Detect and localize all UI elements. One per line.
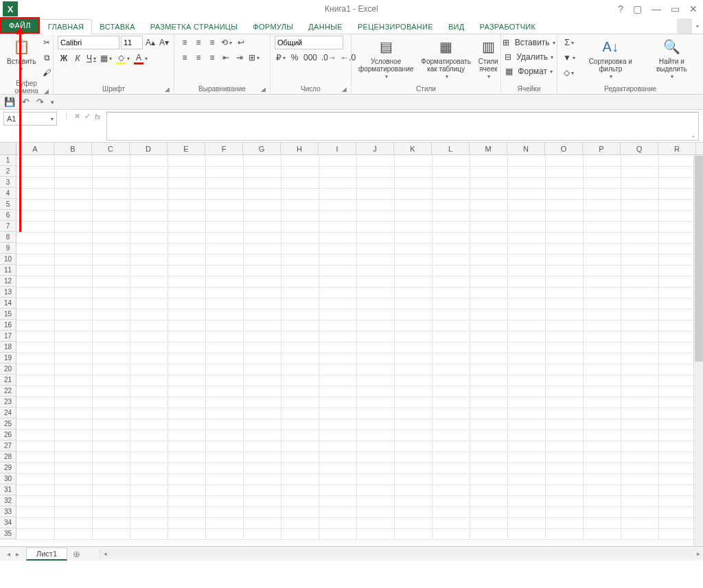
- cell[interactable]: [281, 408, 319, 419]
- cell[interactable]: [621, 419, 658, 430]
- cell[interactable]: [356, 397, 394, 408]
- cell[interactable]: [356, 495, 394, 506]
- cell[interactable]: [92, 221, 130, 232]
- cell[interactable]: [356, 298, 394, 309]
- cell[interactable]: [319, 298, 356, 309]
- cell[interactable]: [470, 188, 507, 199]
- row-header[interactable]: 8: [0, 232, 16, 243]
- cell[interactable]: [432, 287, 470, 298]
- cell[interactable]: [507, 155, 545, 166]
- cell[interactable]: [470, 386, 507, 397]
- cell[interactable]: [92, 188, 130, 199]
- cell[interactable]: [130, 221, 168, 232]
- cell[interactable]: [432, 462, 470, 473]
- column-header[interactable]: C: [92, 143, 130, 154]
- cell[interactable]: [394, 353, 432, 364]
- cell[interactable]: [545, 155, 583, 166]
- column-header[interactable]: M: [470, 143, 507, 154]
- cell[interactable]: [507, 287, 545, 298]
- paste-button[interactable]: 📋 Вставить ▾: [4, 36, 38, 74]
- cell[interactable]: [507, 309, 545, 320]
- cell[interactable]: [205, 177, 243, 188]
- cell[interactable]: [470, 254, 507, 265]
- row-header[interactable]: 9: [0, 243, 16, 254]
- cell[interactable]: [583, 210, 621, 221]
- cell[interactable]: [281, 440, 319, 451]
- cell[interactable]: [281, 484, 319, 495]
- align-middle-button[interactable]: ≡: [192, 36, 205, 49]
- cell[interactable]: [432, 386, 470, 397]
- cell[interactable]: [54, 232, 92, 243]
- cell[interactable]: [621, 331, 658, 342]
- ribbon-options-icon[interactable]: ▢: [633, 3, 642, 14]
- cell[interactable]: [205, 243, 243, 254]
- cell[interactable]: [205, 265, 243, 276]
- cell[interactable]: [168, 506, 205, 517]
- cell[interactable]: [658, 276, 696, 287]
- cell[interactable]: [432, 517, 470, 528]
- cell[interactable]: [54, 276, 92, 287]
- cell[interactable]: [130, 462, 168, 473]
- cell[interactable]: [281, 375, 319, 386]
- cell[interactable]: [583, 408, 621, 419]
- cell[interactable]: [16, 166, 54, 177]
- cell[interactable]: [281, 331, 319, 342]
- percent-button[interactable]: %: [288, 51, 301, 64]
- cell[interactable]: [658, 517, 696, 528]
- cell[interactable]: [54, 210, 92, 221]
- cell[interactable]: [205, 276, 243, 287]
- cell[interactable]: [168, 451, 205, 462]
- cell[interactable]: [583, 375, 621, 386]
- increase-decimal-button[interactable]: .0→: [320, 51, 338, 64]
- cell[interactable]: [54, 353, 92, 364]
- cell[interactable]: [54, 265, 92, 276]
- cell[interactable]: [470, 276, 507, 287]
- cell[interactable]: [205, 430, 243, 440]
- format-cells-button[interactable]: ▦ Формат: [505, 64, 553, 78]
- cell[interactable]: [16, 484, 54, 495]
- cell[interactable]: [545, 254, 583, 265]
- merge-button[interactable]: ⊞: [247, 51, 261, 64]
- cell[interactable]: [168, 375, 205, 386]
- cell[interactable]: [243, 462, 281, 473]
- cell[interactable]: [470, 342, 507, 353]
- cell[interactable]: [130, 484, 168, 495]
- cell[interactable]: [545, 484, 583, 495]
- add-sheet-button[interactable]: ⊕: [67, 549, 86, 559]
- cell[interactable]: [319, 364, 356, 375]
- cell[interactable]: [394, 451, 432, 462]
- cell[interactable]: [281, 430, 319, 440]
- cell[interactable]: [658, 440, 696, 451]
- cell[interactable]: [583, 287, 621, 298]
- row-header[interactable]: 23: [0, 397, 16, 408]
- cell[interactable]: [243, 254, 281, 265]
- italic-button[interactable]: К: [71, 51, 84, 65]
- cell[interactable]: [621, 495, 658, 506]
- cell[interactable]: [92, 177, 130, 188]
- tab-developer[interactable]: РАЗРАБОТЧИК: [472, 20, 543, 34]
- save-button[interactable]: 💾: [4, 97, 15, 107]
- cell[interactable]: [394, 484, 432, 495]
- cell[interactable]: [621, 397, 658, 408]
- cell[interactable]: [54, 408, 92, 419]
- select-all-corner[interactable]: [0, 143, 16, 154]
- cell[interactable]: [54, 440, 92, 451]
- cell[interactable]: [205, 320, 243, 331]
- drag-handle-icon[interactable]: ⋮: [62, 112, 70, 121]
- cell[interactable]: [470, 440, 507, 451]
- cell[interactable]: [281, 265, 319, 276]
- cell[interactable]: [545, 298, 583, 309]
- sheet-nav-prev-icon[interactable]: ◂: [7, 550, 10, 558]
- cell[interactable]: [243, 221, 281, 232]
- cell[interactable]: [545, 232, 583, 243]
- font-color-button[interactable]: А: [132, 51, 149, 65]
- cell[interactable]: [54, 331, 92, 342]
- formula-input[interactable]: ⌄: [106, 112, 699, 141]
- column-header[interactable]: D: [130, 143, 168, 154]
- cell[interactable]: [545, 221, 583, 232]
- cell[interactable]: [658, 484, 696, 495]
- cell[interactable]: [621, 375, 658, 386]
- cell[interactable]: [281, 243, 319, 254]
- cell[interactable]: [432, 506, 470, 517]
- cell[interactable]: [16, 353, 54, 364]
